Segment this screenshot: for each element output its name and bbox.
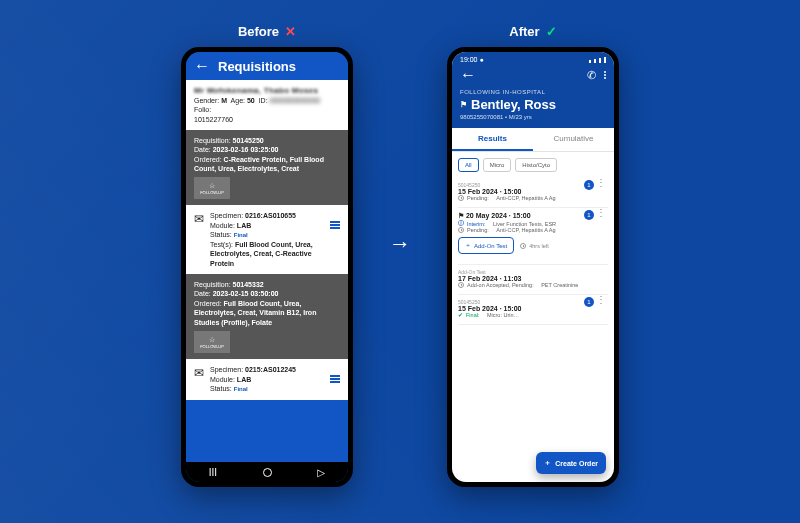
kebab-icon[interactable]: ⋮: [596, 180, 606, 186]
status-time: 19:00: [460, 56, 478, 63]
plus-icon: ＋: [465, 241, 471, 250]
gender-value: M: [221, 97, 227, 104]
chip-histo[interactable]: Histo/Cyto: [515, 158, 557, 172]
specimen-card[interactable]: ✉ Specimen: 0216:AS010655 Module: LAB St…: [186, 205, 348, 274]
result-card[interactable]: 50145250 15 Feb 2024 · 15:00 ✔Final: Mic…: [458, 295, 608, 325]
back-icon[interactable]: ←: [460, 67, 476, 83]
folio-label: Folio:: [194, 106, 211, 113]
addon-hint: 4hrs left: [520, 243, 549, 249]
patient-subtitle: FOLLOWING IN-HOSPITAL: [460, 89, 606, 95]
id-value: 0000000000000: [270, 97, 321, 104]
star-icon: ☆: [209, 182, 215, 189]
after-caption: After ✓: [509, 24, 556, 39]
filter-chips: All Micro Histo/Cyto: [458, 152, 608, 178]
count-badge: 1: [584, 210, 594, 220]
kebab-icon[interactable]: ⋮: [596, 210, 606, 216]
android-navbar: III ◁: [186, 462, 348, 482]
result-card[interactable]: 50145250 15 Feb 2024 · 15:00 Pending: An…: [458, 178, 608, 208]
age-value: 50: [247, 97, 255, 104]
tab-cumulative[interactable]: Cumulative: [533, 128, 614, 151]
count-badge: 1: [584, 297, 594, 307]
patient-header: Mr Mofokenama, Thabo Moses Gender: M Age…: [186, 80, 348, 130]
id-label: ID:: [259, 97, 268, 104]
requisition-card[interactable]: Requisition: 50145332 Date: 2023-02-15 0…: [186, 274, 348, 359]
clock-icon: [458, 227, 464, 233]
requisition-card[interactable]: Requisition: 50145250 Date: 2023-02-16 0…: [186, 130, 348, 206]
kebab-icon[interactable]: [604, 71, 606, 79]
menu-icon[interactable]: [330, 221, 340, 229]
signal-icon: [589, 57, 606, 63]
call-icon[interactable]: ✆: [587, 69, 596, 82]
info-icon: ⓘ: [458, 220, 464, 227]
after-check-icon: ✓: [546, 24, 557, 39]
plus-icon: ＋: [544, 458, 551, 468]
back-icon[interactable]: ←: [194, 58, 210, 74]
check-icon: ✔: [458, 312, 463, 318]
status-bar: 19:00 ●: [460, 56, 606, 63]
clock-icon: [520, 243, 526, 249]
mail-icon[interactable]: ✉: [194, 211, 204, 227]
chip-all[interactable]: All: [458, 158, 479, 172]
age-label: Age:: [231, 97, 245, 104]
kebab-icon[interactable]: ⋮: [596, 297, 606, 303]
nav-home-icon[interactable]: [263, 468, 272, 477]
transition-arrow-icon: →: [389, 24, 411, 464]
before-x-icon: ✕: [285, 24, 296, 39]
patient-meta: 9805255070081 • M/23 yrs: [460, 114, 606, 120]
menu-icon[interactable]: [330, 375, 340, 383]
before-caption: Before ✕: [238, 24, 296, 39]
addon-button[interactable]: ＋Add-On Test: [458, 237, 514, 254]
patient-name: Mr Mofokenama, Thabo Moses: [194, 86, 340, 96]
appbar-title: Requisitions: [218, 59, 296, 74]
result-card[interactable]: ⚑ 20 May 2024 · 15:00 ⓘInterim: Liver Fu…: [458, 208, 608, 265]
before-phone: ← Requisitions Mr Mofokenama, Thabo Mose…: [181, 47, 353, 487]
chip-micro[interactable]: Micro: [483, 158, 512, 172]
flag-icon: ⚑: [458, 212, 464, 219]
star-icon: ☆: [209, 336, 215, 343]
appbar: ← Requisitions: [186, 52, 348, 80]
gender-label: Gender:: [194, 97, 219, 104]
after-label: After: [509, 24, 539, 39]
patient-name: ⚑ Bentley, Ross: [460, 97, 606, 112]
clock-icon: [458, 282, 464, 288]
tab-results[interactable]: Results: [452, 128, 533, 151]
before-label: Before: [238, 24, 279, 39]
after-phone: 19:00 ● ← ✆ FOLLOWING IN-HOSPITAL ⚑ Bent…: [447, 47, 619, 487]
followup-button[interactable]: ☆ FOLLOW-UP: [194, 177, 230, 199]
mail-icon[interactable]: ✉: [194, 365, 204, 381]
clock-icon: [458, 195, 464, 201]
followup-button[interactable]: ☆ FOLLOW-UP: [194, 331, 230, 353]
count-badge: 1: [584, 180, 594, 190]
specimen-card[interactable]: ✉ Specimen: 0215:AS012245 Module: LAB St…: [186, 359, 348, 399]
create-order-button[interactable]: ＋ Create Order: [536, 452, 606, 474]
nav-recent-icon[interactable]: III: [209, 467, 217, 478]
tabs: Results Cumulative: [452, 128, 614, 152]
folio-value: 1015227760: [194, 115, 340, 124]
nav-back-icon[interactable]: ◁: [317, 467, 325, 478]
after-header: 19:00 ● ← ✆ FOLLOWING IN-HOSPITAL ⚑ Bent…: [452, 52, 614, 128]
result-card[interactable]: Add-On Test 17 Feb 2024 · 11:03 Add-on A…: [458, 265, 608, 295]
flag-icon: ⚑: [460, 100, 467, 109]
